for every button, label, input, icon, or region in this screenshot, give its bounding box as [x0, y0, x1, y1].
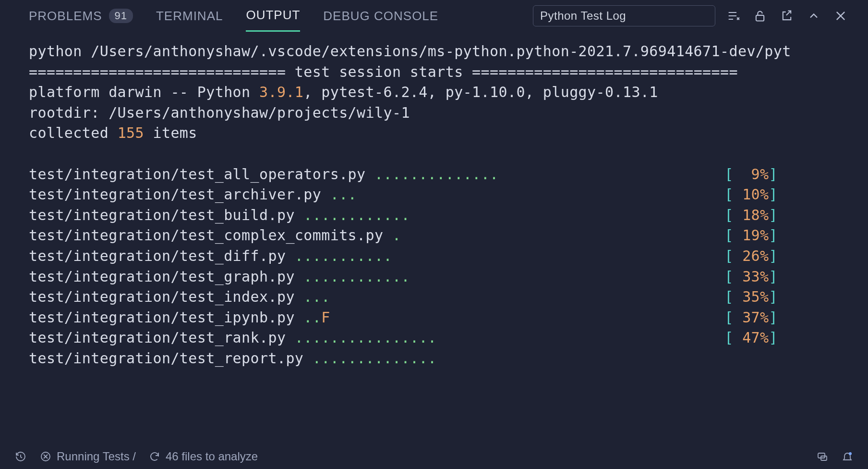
- test-results-list: test/integration/test_all_operators.py .…: [29, 164, 868, 369]
- test-row: test/integration/test_index.py ...[ 35%]: [29, 287, 778, 308]
- chevron-up-icon[interactable]: [805, 7, 823, 25]
- test-row: test/integration/test_graph.py .........…: [29, 267, 778, 287]
- tab-label: OUTPUT: [246, 8, 300, 23]
- stop-circle-icon: [39, 450, 52, 463]
- sync-icon: [148, 450, 161, 463]
- feedback-icon: [816, 450, 829, 463]
- test-row: test/integration/test_build.py .........…: [29, 205, 778, 226]
- test-percent: [ 37%]: [724, 308, 778, 328]
- output-platform-line: platform darwin -- Python 3.9.1, pytest-…: [29, 84, 658, 100]
- test-percent: [ 10%]: [724, 185, 778, 205]
- test-row: test/integration/test_complex_commits.py…: [29, 225, 778, 246]
- test-percent: [ 33%]: [724, 267, 778, 287]
- history-icon: [14, 450, 27, 463]
- files-to-analyze-status[interactable]: 46 files to analyze: [148, 450, 258, 463]
- test-file: test/integration/test_rank.py ..........…: [29, 328, 436, 348]
- running-tests-status[interactable]: Running Tests /: [39, 450, 136, 463]
- files-to-analyze-label: 46 files to analyze: [166, 450, 258, 463]
- test-file: test/integration/test_graph.py .........…: [29, 267, 410, 287]
- test-row: test/integration/test_archiver.py ...[ 1…: [29, 185, 778, 205]
- output-pane[interactable]: python /Users/anthonyshaw/.vscode/extens…: [0, 32, 868, 444]
- feedback-button[interactable]: [816, 450, 829, 463]
- test-file: test/integration/test_ipynb.py ..F: [29, 308, 330, 328]
- close-icon[interactable]: [832, 7, 850, 25]
- test-percent: [ 26%]: [724, 246, 778, 267]
- test-file: test/integration/test_archiver.py ...: [29, 185, 357, 205]
- test-percent: [ 9%]: [724, 164, 778, 185]
- output-channel-dropdown[interactable]: Python Test Log: [533, 5, 715, 26]
- running-tests-label: Running Tests /: [57, 450, 136, 463]
- lock-scroll-icon[interactable]: [751, 7, 769, 25]
- test-row: test/integration/test_report.py ........…: [29, 348, 778, 369]
- tab-output[interactable]: OUTPUT: [246, 0, 300, 32]
- clear-output-icon[interactable]: [724, 7, 742, 25]
- panel-actions: Python Test Log: [533, 5, 850, 26]
- tab-terminal[interactable]: TERMINAL: [156, 0, 223, 32]
- tab-label: PROBLEMS: [29, 9, 102, 24]
- dropdown-selected: Python Test Log: [540, 9, 626, 23]
- test-row: test/integration/test_rank.py ..........…: [29, 328, 778, 348]
- output-collected: collected 155 items: [29, 124, 197, 141]
- tab-problems[interactable]: PROBLEMS 91: [29, 0, 133, 32]
- test-file: test/integration/test_report.py ........…: [29, 348, 436, 369]
- tab-debug-console[interactable]: DEBUG CONSOLE: [323, 0, 438, 32]
- test-file: test/integration/test_complex_commits.py…: [29, 225, 401, 246]
- test-file: test/integration/test_build.py .........…: [29, 205, 410, 226]
- bell-icon: [841, 450, 854, 463]
- open-log-icon[interactable]: [778, 7, 796, 25]
- problems-badge: 91: [109, 9, 133, 23]
- test-row: test/integration/test_ipynb.py ..F[ 37%]: [29, 308, 778, 328]
- test-row: test/integration/test_all_operators.py .…: [29, 164, 778, 185]
- panel-tabbar: PROBLEMS 91 TERMINAL OUTPUT DEBUG CONSOL…: [0, 0, 868, 32]
- test-file: test/integration/test_all_operators.py .…: [29, 164, 499, 185]
- test-percent: [ 47%]: [724, 328, 778, 348]
- test-row: test/integration/test_diff.py ..........…: [29, 246, 778, 267]
- history-button[interactable]: [14, 450, 27, 463]
- svg-rect-0: [756, 15, 764, 21]
- tab-label: TERMINAL: [156, 9, 223, 24]
- output-sep: ============================= test sessi…: [29, 63, 738, 80]
- test-file: test/integration/test_diff.py ..........…: [29, 246, 392, 267]
- svg-rect-2: [818, 453, 825, 458]
- statusbar: Running Tests / 46 files to analyze: [0, 444, 868, 469]
- output-rootdir: rootdir: /Users/anthonyshaw/projects/wil…: [29, 104, 410, 121]
- test-percent: [ 18%]: [724, 205, 778, 226]
- test-percent: [ 19%]: [724, 225, 778, 246]
- output-cmd-line: python /Users/anthonyshaw/.vscode/extens…: [29, 43, 791, 60]
- svg-point-4: [849, 452, 852, 455]
- test-file: test/integration/test_index.py ...: [29, 287, 330, 308]
- test-percent: [ 35%]: [724, 287, 778, 308]
- notification-button[interactable]: [841, 450, 854, 463]
- tab-label: DEBUG CONSOLE: [323, 9, 438, 24]
